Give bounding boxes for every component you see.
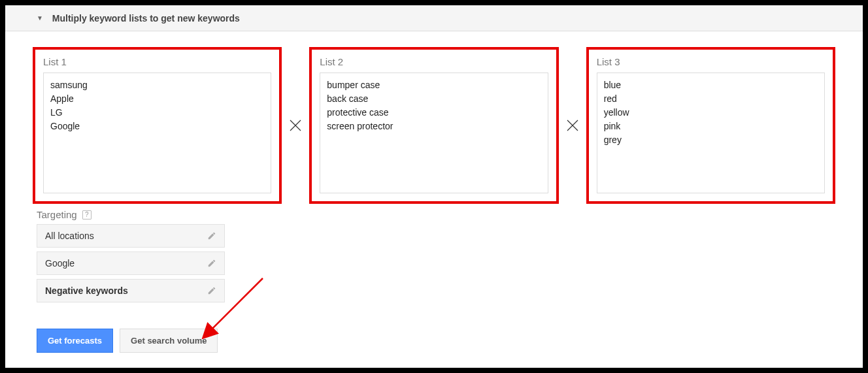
targeting-network-row[interactable]: Google	[37, 251, 225, 275]
app-container: ▼ Multiply keyword lists to get new keyw…	[5, 5, 863, 368]
targeting-label: Targeting	[37, 209, 77, 220]
targeting-negative-label: Negative keywords	[45, 285, 128, 296]
list-3-textarea[interactable]	[597, 73, 825, 193]
multiply-icon	[564, 117, 581, 134]
multiply-icon	[287, 117, 304, 134]
list-1-textarea[interactable]	[43, 73, 271, 193]
list-1-label: List 1	[43, 56, 271, 67]
targeting-negative-row[interactable]: Negative keywords	[37, 279, 225, 302]
action-buttons-row: Get forecasts Get search volume	[37, 329, 855, 353]
pencil-icon	[207, 286, 216, 295]
pencil-icon	[207, 231, 216, 240]
targeting-title-row: Targeting ?	[37, 209, 225, 220]
chevron-down-icon: ▼	[37, 14, 43, 22]
list-2-label: List 2	[320, 56, 548, 67]
list-box-1: List 1	[33, 47, 282, 204]
list-3-label: List 3	[597, 56, 825, 67]
list-2-textarea[interactable]	[320, 73, 548, 193]
targeting-section: Targeting ? All locations Google Negativ…	[37, 209, 225, 302]
panel-title: Multiply keyword lists to get new keywor…	[52, 13, 240, 24]
get-forecasts-button[interactable]: Get forecasts	[37, 329, 113, 353]
list-box-3: List 3	[586, 47, 835, 204]
targeting-locations-row[interactable]: All locations	[37, 224, 225, 248]
keyword-lists-row: List 1 List 2 List 3	[13, 46, 855, 204]
help-icon[interactable]: ?	[82, 210, 92, 219]
get-search-volume-button[interactable]: Get search volume	[120, 329, 218, 353]
list-box-2: List 2	[309, 47, 558, 204]
pencil-icon	[207, 259, 216, 268]
targeting-network-label: Google	[45, 258, 75, 268]
panel-header[interactable]: ▼ Multiply keyword lists to get new keyw…	[5, 5, 863, 31]
targeting-locations-label: All locations	[45, 231, 94, 241]
